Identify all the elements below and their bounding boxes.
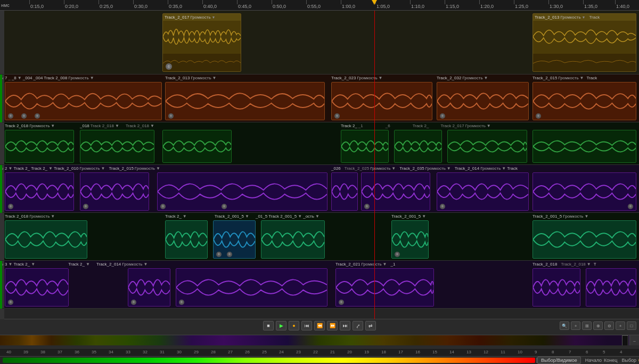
clip-track013-right[interactable]: Track_2_013 Громкость ▼ Track [532,13,636,72]
svg-rect-16 [362,173,430,210]
ruler-tick: 0:40,0 [202,0,217,10]
clip-013r-громкость: Громкость [560,15,580,20]
selector-dropdown-container[interactable]: Выбор/Видимое [537,357,581,364]
ruler-tick: 0:15,0 [29,0,44,10]
bottom-number: 31 [160,350,165,354]
clip-purple-b4[interactable]: ® [335,268,434,307]
svg-rect-28 [336,269,433,306]
clip-orange-2[interactable]: ® [165,82,325,120]
end-label: Конец [604,358,617,363]
track-num-5 [0,213,4,261]
row1-track023-label: Track_2_023 Громкость ▼ [331,75,382,81]
zoom-in3[interactable]: + [616,321,625,330]
svg-rect-17 [437,173,528,210]
svg-rect-9 [395,130,441,162]
zoom-in2[interactable]: ⊕ [593,321,603,330]
clip-green-7[interactable] [532,130,636,163]
overview-collapse[interactable]: – [629,335,639,345]
clip-teal-6[interactable] [532,220,636,259]
stop-button[interactable]: ■ [263,321,274,330]
svg-rect-24 [533,221,636,258]
ruler-tick: 0:45,0 [237,0,251,10]
zoom-fit[interactable]: ⊞ [582,321,592,330]
clip-purple-3[interactable]: ® ® [157,172,327,211]
bottom-number: 38 [40,350,45,354]
track-row-2: Track 2_018 Громкость ▼ _018 Track 2_018… [0,122,639,165]
clip-purple-7[interactable]: ® [532,172,636,211]
clip-purple-b3[interactable]: ® [176,268,327,307]
bottom-number: 39 [23,350,28,354]
row4-right-label: Track_2_001_5 ▼ [391,213,426,220]
prev-button[interactable]: ⏮ [301,321,312,330]
clip-teal-2[interactable] [165,220,208,259]
clip-purple-6[interactable]: ® [437,172,529,211]
clip-green-1[interactable] [5,130,74,163]
clip-orange-3[interactable]: ® [331,82,432,120]
clip-purple-4[interactable] [331,172,358,211]
clip-013r-arrow: ▼ [582,15,586,19]
clip-purple-b1[interactable]: ® [5,268,69,307]
clip-green-4[interactable] [341,130,389,163]
bottom-number: 21 [330,350,335,354]
loop-button[interactable]: ⇄ [365,321,376,330]
clip-orange-1[interactable]: ® ® ® [5,82,162,120]
clip-teal-4[interactable] [261,220,325,259]
export-button[interactable]: ⤤ [353,321,363,330]
record-button[interactable]: ● [289,321,299,330]
row5-right-label: Track_2_021 Громкость ▼ _1 [335,261,395,268]
svg-rect-10 [448,130,527,162]
clip-purple-b6[interactable] [586,268,636,307]
svg-rect-7 [163,130,231,162]
bottom-number: 40 [6,350,11,354]
color-gradient-bar [3,358,535,363]
bottom-number: 22 [313,350,318,354]
clip-teal-3[interactable]: ® ® [213,220,256,259]
play-button[interactable]: ▶ [276,321,286,330]
svg-rect-6 [80,130,154,162]
row4-track2-label: Track 2_ ▼ Track_2_001_5 ▼ _01_5 Track 2… [165,213,320,220]
clip-orange-4[interactable]: ® [437,82,529,120]
clip-purple-b5[interactable] [532,268,580,307]
timeline-ruler[interactable]: нмс 0:15,00:20,00:25,00:30,00:35,00:40,0… [0,0,639,11]
zoom-out-h[interactable]: 🔍 [560,321,569,330]
clip-green-6[interactable] [447,130,527,163]
bottom-number: 23 [296,350,301,354]
clip-teal-5[interactable]: ® [391,220,429,259]
clip-purple-2[interactable]: ® [80,172,149,211]
clip-017-громкость: Громкость [190,15,210,20]
row3-right-label: _026 Track_2_025 Громкость ▼ Track_2_035… [331,165,518,172]
ruler-tick: 1:10,0 [410,0,424,10]
rewind-button[interactable]: ⏪ [314,321,325,330]
forward-button[interactable]: ⏩ [327,321,338,330]
clip-green-5[interactable] [394,130,442,163]
bottom-number: 7 [569,350,571,354]
svg-rect-1 [166,82,324,120]
clip-green-2[interactable] [80,130,154,163]
bottom-number: 12 [484,350,488,354]
ruler-tick: 0:55,0 [306,0,321,10]
end-button[interactable]: ⏭ [340,321,350,330]
zoom-out2[interactable]: ⊖ [604,321,614,330]
track-row-4: Track 2_018 Громкость ▼ Track 2_ ▼ Track… [0,213,639,261]
overview-waveform-bar[interactable]: – [0,335,639,345]
clip-orange4-icon: ® [440,113,445,119]
zoom-reset[interactable]: □ [627,321,636,330]
clip-017-waveform [163,21,241,53]
clip-orange-2-wave [166,82,324,120]
svg-rect-8 [341,130,388,162]
ruler-tick: 0:25,0 [99,0,113,10]
clip-orange-5[interactable]: ® [532,82,636,120]
zoom-in-h[interactable]: + [571,321,580,330]
svg-rect-14 [158,173,327,210]
clip-purple-b2[interactable]: ® [128,268,170,307]
bottom-number: 14 [449,350,454,354]
clip-purple-1[interactable]: ® [5,172,74,211]
empty-track-area [0,309,639,319]
clip-green-3[interactable] [162,130,232,163]
clip-purple-5[interactable]: ® [361,172,430,211]
clip-teal-1[interactable] [5,220,87,259]
bottom-number: 20 [347,350,352,354]
clip-track017[interactable]: Track_2_017 Громкость ▼ ® [162,13,241,72]
playhead-line [374,11,375,319]
bottom-number: 4 [620,350,622,354]
